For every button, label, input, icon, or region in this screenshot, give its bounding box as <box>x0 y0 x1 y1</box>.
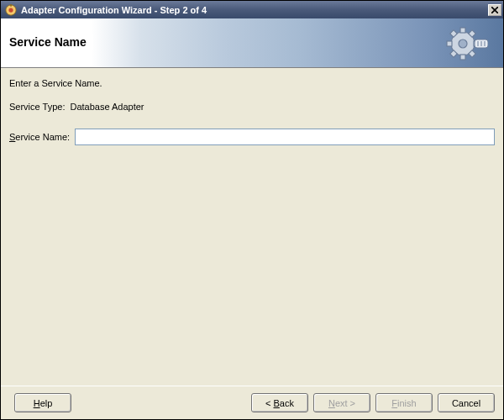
service-type-row: Service Type: Database Adapter <box>9 102 495 112</box>
service-name-row: Service Name: <box>9 129 495 145</box>
close-icon <box>491 7 498 13</box>
finish-button[interactable]: Finish <box>375 393 433 412</box>
wizard-header: Service Name <box>1 18 503 68</box>
service-type-label: Service Type: <box>9 102 65 112</box>
service-name-label: Service Name: <box>9 132 70 142</box>
titlebar: Adapter Configuration Wizard - Step 2 of… <box>1 1 503 18</box>
cancel-button[interactable]: Cancel <box>438 393 495 412</box>
titlebar-text: Adapter Configuration Wizard - Step 2 of… <box>21 5 488 15</box>
help-button[interactable]: Help <box>14 393 71 412</box>
svg-rect-7 <box>460 28 465 33</box>
svg-point-1 <box>8 8 13 12</box>
wizard-window: Adapter Configuration Wizard - Step 2 of… <box>0 0 504 420</box>
app-icon <box>4 3 18 17</box>
svg-rect-2 <box>10 4 12 7</box>
button-bar: Help < Back Next > Finish Cancel <box>1 386 503 419</box>
instruction-text: Enter a Service Name. <box>9 78 495 88</box>
wizard-content: Enter a Service Name. Service Type: Data… <box>1 68 503 386</box>
page-title: Service Name <box>9 34 93 50</box>
close-button[interactable] <box>488 4 501 16</box>
service-name-input-wrap <box>75 129 495 145</box>
svg-point-6 <box>459 39 467 48</box>
next-button[interactable]: Next > <box>313 393 370 412</box>
svg-rect-9 <box>447 41 452 46</box>
gear-icon <box>444 24 488 66</box>
service-type-value: Database Adapter <box>70 102 144 112</box>
back-button[interactable]: < Back <box>251 393 308 412</box>
service-name-input[interactable] <box>75 129 495 145</box>
svg-rect-8 <box>460 55 465 60</box>
